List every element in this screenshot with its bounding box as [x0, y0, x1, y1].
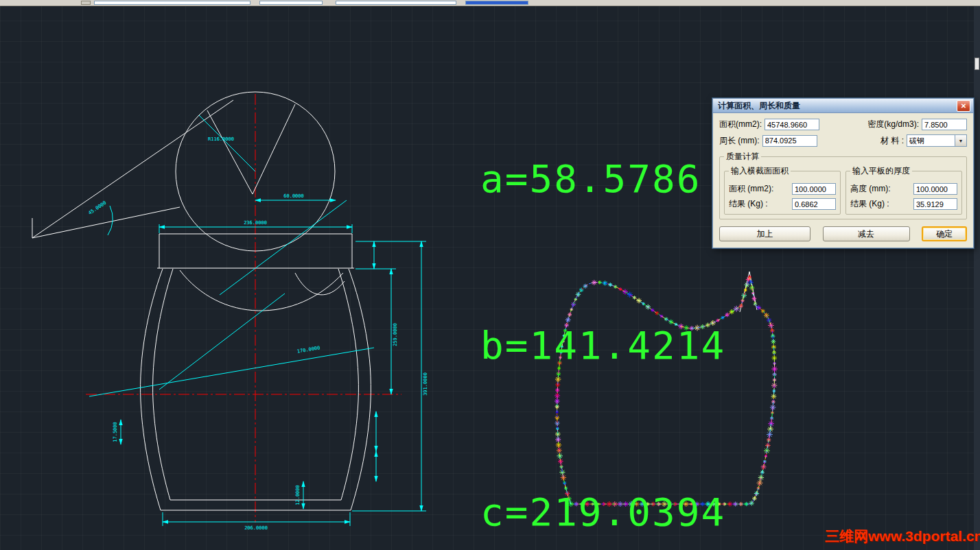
annotation-b: b=141.4214	[480, 318, 725, 373]
toolbar-field-4[interactable]	[465, 1, 528, 5]
centerline-layer	[86, 94, 401, 523]
dim-text: 12.0000	[295, 485, 301, 505]
scrollbar-thumb[interactable]	[975, 58, 979, 70]
dimension-layer	[89, 115, 426, 526]
area-input[interactable]	[765, 119, 819, 130]
close-icon: ✕	[961, 102, 966, 110]
dim-text: 170.0000	[296, 345, 320, 354]
density-label: 密度(kg/dm3):	[867, 119, 919, 130]
toolbar-field-1[interactable]	[94, 1, 250, 5]
mass-group-title: 质量计算	[724, 151, 761, 163]
cross-section-result-label: 结果 (Kg) :	[729, 198, 768, 210]
dim-text: 206.0000	[244, 525, 268, 531]
material-value: 碳钢	[907, 136, 955, 146]
plate-thickness-title: 输入平板的厚度	[850, 165, 912, 177]
cross-section-title: 输入横截面面积	[729, 165, 791, 177]
wedge-lines	[207, 104, 295, 194]
dialog-titlebar[interactable]: 计算面积、周长和质量 ✕	[713, 99, 973, 113]
plate-height-input[interactable]	[913, 183, 957, 195]
vertical-scrollbar[interactable]	[974, 5, 980, 550]
close-button[interactable]: ✕	[957, 100, 970, 112]
plate-thickness-group: 输入平板的厚度 高度 (mm): 结果 (Kg) :	[845, 165, 962, 215]
cross-section-area-label: 面积 (mm2):	[729, 183, 773, 195]
dialog-body: 面积(mm2): 密度(kg/dm3): 周长 (mm): 材 料 : 碳钢 ▼…	[713, 113, 973, 248]
dim-text: 45.0000	[87, 200, 107, 216]
plate-height-label: 高度 (mm):	[850, 183, 891, 195]
dropdown-arrow-icon[interactable]: ▼	[955, 135, 966, 146]
dim-text: 17.5000	[113, 422, 118, 442]
dim-text: 259.0000	[393, 323, 398, 346]
dim-text: R116.0000	[208, 136, 234, 142]
shoulder-arc	[295, 273, 345, 295]
toolbar-field-3[interactable]	[336, 1, 456, 5]
site-watermark: 三维网www.3dportal.cn	[825, 527, 980, 546]
cross-section-area-input[interactable]	[792, 183, 836, 195]
toolbar-button[interactable]	[81, 1, 91, 5]
area-label: 面积(mm2):	[719, 119, 762, 130]
shoulder-curve	[180, 270, 343, 311]
perimeter-input[interactable]	[762, 135, 817, 147]
perimeter-label: 周长 (mm):	[719, 135, 760, 147]
dim-text: 236.0000	[244, 220, 267, 226]
density-input[interactable]	[922, 119, 967, 130]
dim-text: 60.0000	[283, 193, 304, 199]
annotation-a: a=58.5786	[480, 151, 725, 206]
material-select[interactable]: 碳钢 ▼	[907, 134, 967, 147]
dialog-title: 计算面积、周长和质量	[718, 100, 957, 112]
cross-section-group: 输入横截面面积 面积 (mm2): 结果 (Kg) :	[724, 165, 841, 215]
mass-calculation-group: 质量计算 输入横截面面积 面积 (mm2): 结果 (Kg) : 输入平板的厚度	[719, 151, 967, 219]
toolbar-sliver	[0, 0, 980, 6]
annotation-c: c=219.0394	[480, 484, 725, 540]
dimension-text-layer: 236.0000 60.0000 45.0000 391.0000 259.00…	[87, 136, 428, 531]
result-annotations: a=58.5786 b=141.4214 c=219.0394 d=165.90…	[480, 40, 725, 550]
ok-button[interactable]: 确定	[922, 226, 967, 241]
plate-result-input[interactable]	[913, 198, 957, 210]
material-label: 材 料 :	[880, 135, 904, 147]
area-perimeter-mass-dialog: 计算面积、周长和质量 ✕ 面积(mm2): 密度(kg/dm3): 周长 (mm…	[712, 98, 974, 248]
cross-section-result-input[interactable]	[792, 198, 836, 210]
spout-lines	[32, 100, 233, 238]
subtract-button[interactable]: 减去	[823, 226, 910, 241]
plate-result-label: 结果 (Kg) :	[850, 198, 889, 210]
toolbar-field-2[interactable]	[259, 1, 323, 5]
dim-text: 391.0000	[423, 372, 428, 396]
add-button[interactable]: 加上	[719, 226, 810, 241]
